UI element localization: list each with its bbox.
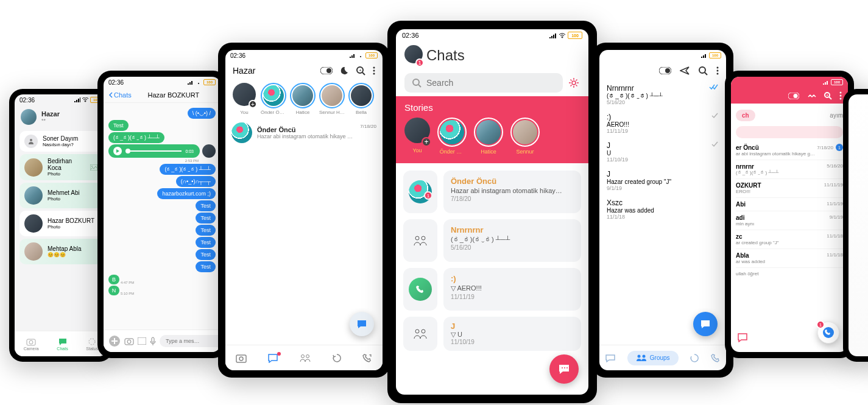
partial-text: ayım <box>830 112 843 119</box>
avatar[interactable]: 1 <box>404 45 423 66</box>
msg-pill[interactable]: N <box>108 286 119 295</box>
back-button[interactable]: Chats <box>108 91 132 99</box>
chat-item[interactable]: zc11/1/18 ar created group "J" <box>736 230 843 249</box>
list-item[interactable]: Mehmet AbiPhoto <box>19 183 102 208</box>
chat-item[interactable]: :) AERO!!! 11/11/19 <box>607 109 719 138</box>
avatar[interactable] <box>21 109 37 125</box>
more-icon[interactable] <box>373 66 375 75</box>
chat-item[interactable]: Abla11/1/18 ar was added <box>736 249 843 268</box>
tab-status[interactable]: Status <box>86 337 98 351</box>
wave-icon[interactable] <box>806 91 816 100</box>
compose-icon[interactable] <box>737 333 748 342</box>
toggle-icon[interactable] <box>788 93 799 99</box>
chat-item[interactable]: Önder ÖncüHazar abi instagram otomatik h… <box>225 118 383 148</box>
more-icon[interactable] <box>839 91 842 100</box>
search-field[interactable] <box>404 73 563 93</box>
chat-item[interactable]: ullah öğret <box>736 268 843 280</box>
nav-groups[interactable] <box>299 354 311 362</box>
search-icon[interactable]: + <box>824 91 832 100</box>
tab-camera[interactable]: Camera <box>24 337 39 351</box>
search-input[interactable] <box>426 78 556 88</box>
svg-point-5 <box>89 339 95 345</box>
story-item[interactable]: Bella <box>348 83 374 115</box>
message-bubble[interactable]: (ಠ_ಠ)(ಠ‿ಠ) ┴─┴ <box>108 132 164 143</box>
message-bubble[interactable]: Test <box>196 237 216 248</box>
chat-item[interactable]: Abi11/1/19 <box>736 198 843 211</box>
add-button[interactable] <box>108 335 121 347</box>
message-bubble[interactable]: Test <box>196 225 216 236</box>
list-item[interactable]: Bedirhan KocaPhoto <box>19 154 102 180</box>
svg-point-44 <box>840 92 842 94</box>
search-icon[interactable]: + <box>356 66 365 76</box>
story-you[interactable]: +You <box>404 118 430 155</box>
svg-point-2 <box>91 166 93 167</box>
voice-message[interactable]: 0:03 <box>108 144 200 158</box>
message-bubble[interactable]: Test <box>196 213 216 224</box>
msg-pill[interactable]: B <box>108 275 119 284</box>
chat-item[interactable]: nrnrnr5/16/20 (ಠ_ಠ)(ಠ‿ಠ) ┴─┴ <box>736 160 843 179</box>
message-bubble[interactable]: Test <box>196 200 216 211</box>
compose-fab[interactable] <box>693 312 718 336</box>
nav-camera[interactable] <box>236 353 247 363</box>
chat-item[interactable]: 1 Önder Öncü Hazar abi instagram otomati… <box>403 171 581 213</box>
message-bubble[interactable]: \ (•◡•) / <box>188 108 216 119</box>
svg-point-9 <box>127 340 131 343</box>
story-item[interactable]: Hatice <box>290 83 316 115</box>
camera-icon[interactable] <box>124 337 134 345</box>
story-item[interactable]: Hatice <box>474 118 503 155</box>
story-item[interactable]: Sennur <box>510 118 540 155</box>
search-icon[interactable] <box>698 66 708 76</box>
mic-icon[interactable] <box>150 337 156 345</box>
nav-status[interactable] <box>332 353 342 363</box>
chat-item[interactable]: Nrnrnrnr (ಠ_ಠ)(ಠ‿ಠ) ┴─┴ 5/16/20 <box>607 80 719 109</box>
selected-row[interactable] <box>736 126 843 138</box>
chat-item[interactable]: adi9/1/19 min aynı <box>736 211 843 230</box>
message-bubble[interactable]: Test <box>196 261 216 272</box>
story-you[interactable]: +You <box>231 83 257 115</box>
compose-fab[interactable] <box>350 312 374 336</box>
chat-item[interactable]: Nrnrnrnr (ಠ_ಠ)(ಠ‿ಠ) ┴─┴ 5/16/20 <box>403 219 581 262</box>
moon-icon[interactable] <box>340 66 348 75</box>
chat-item[interactable]: :) ▽ AERO!!! 11/11/19 <box>403 268 581 311</box>
story-item[interactable]: Sennur Hoca <box>319 83 345 115</box>
svg-point-45 <box>840 95 842 97</box>
compose-fab[interactable] <box>549 354 579 384</box>
story-item[interactable]: Önder … <box>437 118 467 155</box>
gear-icon[interactable] <box>568 77 580 89</box>
svg-point-27 <box>572 81 576 85</box>
nav-calls[interactable] <box>711 353 721 363</box>
send-icon[interactable] <box>680 66 690 75</box>
nav-status[interactable] <box>690 353 699 363</box>
list-item[interactable]: Soner DayımNasılsın dayı? <box>19 131 102 152</box>
chat-item[interactable]: er Öncü7/18/201 ar abi instagram otomati… <box>736 141 843 160</box>
chat-item[interactable]: J U 11/10/19 <box>607 138 719 166</box>
image-icon[interactable] <box>138 337 146 345</box>
tab-active[interactable]: ch <box>736 110 755 121</box>
list-item[interactable]: Mehtap Abla😊😊😊 <box>19 239 102 264</box>
list-item[interactable]: Hazar BOZKURTPhoto <box>19 211 102 236</box>
chat-item[interactable]: J Hazar created group "J" 9/1/19 <box>607 166 719 195</box>
message-bubble[interactable]: (∩•_•)∩┬─┬ <box>176 176 216 187</box>
nav-chats[interactable] <box>267 353 278 363</box>
chat-name: Nrnrnrnr <box>451 225 574 234</box>
more-icon[interactable] <box>716 66 719 75</box>
nav-calls[interactable] <box>362 353 372 363</box>
message-bubble[interactable]: (ಠ_ಠ)(ಠ‿ಠ) ┴─┴ <box>160 164 216 175</box>
chat-item[interactable]: Xszc Hazar was added 11/1/18 <box>607 195 719 224</box>
toggle-icon[interactable] <box>320 67 333 74</box>
battery-icon: 100 <box>831 79 843 85</box>
chat-item[interactable]: OZKURT11/11/19 ERO!!! <box>736 179 843 198</box>
message-input[interactable] <box>160 335 221 347</box>
chat-item[interactable]: J ▽ U 11/10/19 <box>403 317 581 351</box>
toggle-icon[interactable] <box>659 67 671 74</box>
message-bubble[interactable]: hazarbozkurt.com ;) <box>157 188 216 199</box>
tab-chats[interactable]: Chats <box>57 337 68 351</box>
nav-groups[interactable]: Groups <box>627 351 679 365</box>
story-item[interactable]: Önder Öncü <box>261 83 286 115</box>
avatar <box>24 186 43 205</box>
message-bubble[interactable]: Test <box>108 120 129 131</box>
badge: 1 <box>415 58 424 67</box>
whatsapp-fab[interactable]: 1 <box>817 322 839 343</box>
message-bubble[interactable]: Test <box>196 249 216 260</box>
nav-chats[interactable] <box>605 354 616 362</box>
